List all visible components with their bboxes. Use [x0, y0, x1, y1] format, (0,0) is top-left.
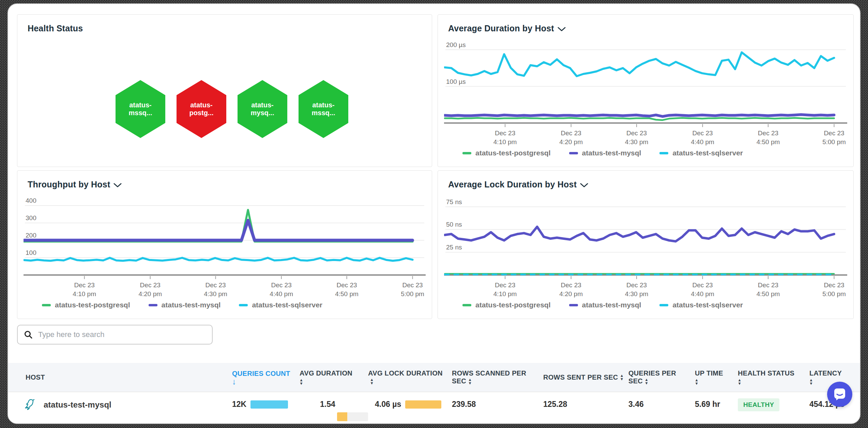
column-header-rows-scanned-per-sec[interactable]: ROWS SCANNED PER SEC▴▾: [452, 369, 543, 385]
svg-text:25 ns: 25 ns: [446, 244, 462, 251]
hexagon-host-label: atatus-mysq...: [238, 101, 287, 117]
svg-text:4:10 pm: 4:10 pm: [493, 290, 517, 297]
svg-text:Dec 23: Dec 23: [824, 129, 844, 137]
legend-color-chip: [659, 304, 668, 306]
column-header-up-time[interactable]: UP TIME▴▾: [695, 369, 738, 385]
cell-queries-per-sec: 3.46: [628, 392, 695, 409]
sort-both-icon: ▴▾: [621, 374, 623, 381]
health-status-badge: HEALTHY: [738, 398, 779, 411]
chevron-down-icon[interactable]: [580, 183, 588, 187]
svg-text:Dec 23: Dec 23: [140, 281, 161, 289]
svg-text:5:00 pm: 5:00 pm: [822, 138, 846, 146]
column-header-rows-sent-per-sec[interactable]: ROWS SENT PER SEC▴▾: [543, 373, 628, 381]
legend-item[interactable]: atatus-test-postgresql: [42, 301, 130, 309]
legend-item[interactable]: atatus-test-mysql: [569, 149, 641, 157]
throughput-legend: atatus-test-postgresqlatatus-test-mysqla…: [17, 297, 432, 319]
svg-text:200 µs: 200 µs: [446, 41, 466, 48]
legend-item[interactable]: atatus-test-mysql: [149, 301, 221, 309]
legend-label: atatus-test-postgresql: [475, 149, 551, 157]
legend-color-chip: [239, 304, 248, 306]
chevron-down-icon[interactable]: [113, 183, 122, 187]
cell-value: 4.06 µs: [375, 400, 401, 409]
cell-avg-duration: 1.54: [300, 392, 368, 421]
health-hexagon-row: atatus-mssq...atatus-postg...atatus-mysq…: [116, 80, 348, 138]
host-cell[interactable]: atatus-test-mysql: [22, 392, 232, 412]
sort-desc-icon: ↓: [232, 378, 295, 385]
svg-text:5:00 pm: 5:00 pm: [822, 290, 846, 297]
svg-text:300: 300: [26, 214, 36, 221]
legend-item[interactable]: atatus-test-sqlserver: [659, 149, 743, 157]
svg-text:Dec 23: Dec 23: [758, 129, 778, 137]
legend-label: atatus-test-mysql: [162, 301, 221, 309]
column-header-queries-per-sec[interactable]: QUERIES PER SEC▴▾: [628, 369, 695, 385]
search-input[interactable]: [37, 330, 206, 339]
health-status-title: Health Status: [28, 24, 83, 33]
legend-item[interactable]: atatus-test-postgresql: [462, 301, 551, 309]
sort-both-icon: ▴▾: [371, 378, 373, 385]
svg-text:Dec 23: Dec 23: [824, 281, 844, 289]
svg-text:75 ns: 75 ns: [446, 198, 462, 205]
legend-label: atatus-test-sqlserver: [672, 301, 743, 309]
svg-text:Dec 23: Dec 23: [402, 281, 423, 289]
hosts-table-header: HOSTQUERIES COUNT↓AVG DURATION▴▾AVG LOCK…: [8, 363, 860, 392]
hosts-table-row[interactable]: atatus-test-mysql12K1.544.06 µs239.58125…: [8, 392, 860, 423]
svg-text:Dec 23: Dec 23: [561, 129, 581, 137]
column-header-label: UP TIME: [695, 369, 723, 377]
legend-label: atatus-test-sqlserver: [672, 149, 743, 157]
legend-label: atatus-test-postgresql: [55, 301, 130, 309]
column-header-label: ROWS SENT PER SEC: [543, 373, 618, 381]
hexagon-host-label: atatus-mssq...: [299, 101, 348, 117]
svg-text:5:00 pm: 5:00 pm: [401, 290, 424, 297]
svg-text:Dec 23: Dec 23: [758, 281, 778, 289]
column-header-label: QUERIES PER SEC: [628, 369, 676, 385]
column-header-label: AVG DURATION: [300, 369, 352, 377]
chevron-down-icon[interactable]: [558, 27, 566, 31]
avg-duration-title: Average Duration by Host: [448, 24, 554, 33]
svg-text:4:20 pm: 4:20 pm: [559, 138, 583, 146]
svg-text:4:50 pm: 4:50 pm: [335, 290, 359, 297]
dashboard-page: Health Status atatus-mssq...atatus-postg…: [7, 3, 861, 424]
value-bar: [250, 400, 288, 409]
legend-label: atatus-test-sqlserver: [252, 301, 322, 309]
column-header-label: QUERIES COUNT: [232, 370, 290, 377]
svg-text:Dec 23: Dec 23: [561, 281, 581, 289]
cell-health-status: HEALTHY: [738, 392, 809, 411]
search-icon: [24, 330, 33, 339]
column-header-queries-count[interactable]: QUERIES COUNT↓: [232, 370, 300, 385]
svg-text:Dec 23: Dec 23: [495, 281, 515, 289]
column-header-label: HEALTH STATUS: [738, 369, 794, 377]
host-name[interactable]: atatus-test-mysql: [44, 400, 111, 410]
column-header-avg-lock-duration[interactable]: AVG LOCK DURATION▴▾: [368, 369, 452, 385]
svg-text:4:20 pm: 4:20 pm: [138, 290, 162, 297]
legend-color-chip: [42, 304, 51, 306]
svg-text:100 µs: 100 µs: [446, 78, 466, 85]
svg-text:4:30 pm: 4:30 pm: [625, 290, 649, 297]
svg-text:4:10 pm: 4:10 pm: [493, 138, 517, 146]
health-hexagon-healthy[interactable]: atatus-mssq...: [116, 80, 165, 138]
column-header-health-status[interactable]: HEALTH STATUS▴▾: [738, 369, 809, 385]
svg-text:4:40 pm: 4:40 pm: [691, 290, 714, 297]
health-hexagon-healthy[interactable]: atatus-mysq...: [238, 80, 287, 138]
column-header-label: LATENCY: [809, 369, 842, 377]
avg-duration-chart: 200 µs100 µsDec 234:10 pmDec 234:20 pmDe…: [444, 35, 847, 146]
throughput-chart: 400300200100Dec 234:10 pmDec 234:20 pmDe…: [24, 192, 426, 297]
legend-item[interactable]: atatus-test-postgresql: [462, 149, 551, 157]
svg-text:100: 100: [26, 249, 36, 256]
svg-text:4:30 pm: 4:30 pm: [204, 290, 227, 297]
host-search-box: [17, 325, 213, 345]
health-status-panel: Health Status atatus-mssq...atatus-postg…: [17, 14, 432, 167]
avg-duration-legend: atatus-test-postgresqlatatus-test-mysqla…: [438, 146, 853, 167]
health-hexagon-critical[interactable]: atatus-postg...: [177, 80, 226, 138]
chat-messenger-button[interactable]: [827, 382, 852, 407]
value-bar-track: [337, 412, 368, 421]
health-hexagon-healthy[interactable]: atatus-mssq...: [299, 80, 348, 138]
legend-item[interactable]: atatus-test-mysql: [569, 301, 641, 309]
svg-text:Dec 23: Dec 23: [336, 281, 357, 289]
cell-avg-lock-duration: 4.06 µs: [368, 392, 452, 409]
column-header-label: ROWS SCANNED PER SEC: [452, 369, 526, 385]
column-header-avg-duration[interactable]: AVG DURATION▴▾: [300, 369, 368, 385]
legend-item[interactable]: atatus-test-sqlserver: [659, 301, 743, 309]
svg-text:4:10 pm: 4:10 pm: [73, 290, 96, 297]
legend-color-chip: [659, 152, 668, 154]
legend-item[interactable]: atatus-test-sqlserver: [239, 301, 322, 309]
